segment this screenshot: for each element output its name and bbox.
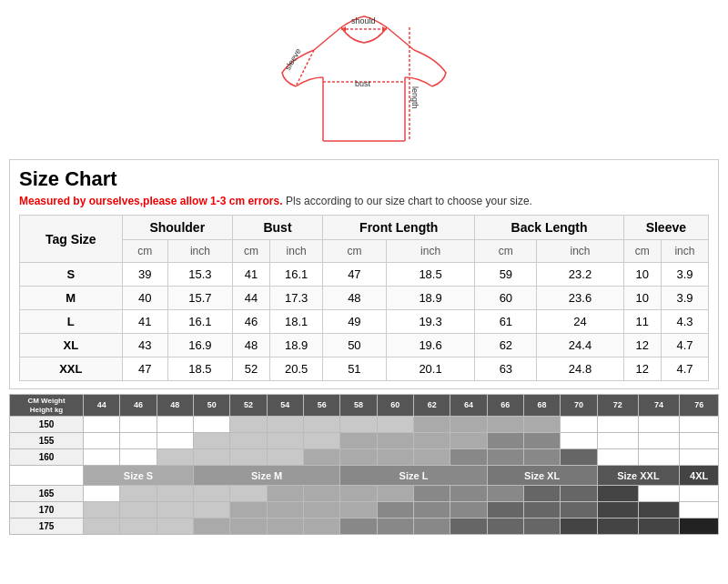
- sleeve-in-val: 3.9: [661, 287, 708, 310]
- wh-cell: [680, 519, 719, 535]
- wh-cell: [487, 417, 523, 433]
- wh-col-44: 44: [84, 395, 120, 417]
- wh-height: 175: [10, 519, 84, 535]
- subtitle-black: Pls according to our size chart to choos…: [286, 195, 532, 207]
- shirt-svg: should bust length sleeve: [264, 9, 464, 155]
- sleeve-in-val: 4.7: [661, 357, 708, 381]
- svg-text:sleeve: sleeve: [283, 46, 303, 72]
- shoulder-cm-val: 43: [122, 334, 167, 357]
- front-cm-val: 49: [323, 310, 387, 334]
- size-label: XL: [20, 334, 123, 357]
- col-shoulder: Shoulder: [122, 216, 232, 240]
- back-cm-val: 61: [475, 310, 537, 334]
- front-cm: cm: [323, 240, 387, 263]
- wh-col-52: 52: [230, 395, 267, 417]
- back-cm-val: 62: [475, 334, 537, 357]
- wh-row: 165: [10, 486, 719, 502]
- sleeve-cm-val: 10: [623, 263, 661, 287]
- wh-row: 160: [10, 449, 719, 466]
- size-label-row: Size SSize MSize LSize XLSize XXL4XL: [10, 466, 719, 486]
- size-range-label: Size S: [84, 466, 194, 486]
- shoulder-in-val: 15.7: [168, 287, 233, 310]
- wh-cell: [230, 486, 267, 502]
- wh-cell: [450, 417, 487, 433]
- wh-cell: [561, 449, 597, 466]
- shirt-diagram: should bust length sleeve: [0, 0, 728, 159]
- bust-in-val: 16.1: [270, 263, 323, 287]
- wh-cell: [680, 433, 719, 449]
- size-range-label: [10, 466, 84, 486]
- sleeve-in-val: 4.7: [661, 334, 708, 357]
- wh-cell: [597, 417, 638, 433]
- wh-cell: [523, 449, 560, 466]
- wh-cell: [638, 502, 679, 519]
- wh-cell: [450, 486, 487, 502]
- wh-height: 170: [10, 502, 84, 519]
- back-cm-val: 60: [475, 287, 537, 310]
- wh-cell: [413, 502, 450, 519]
- wh-cell: [597, 502, 638, 519]
- col-sleeve: Sleeve: [623, 216, 708, 240]
- wh-cell: [523, 417, 560, 433]
- wh-cell: [561, 486, 597, 502]
- size-label: M: [20, 287, 123, 310]
- svg-text:bust: bust: [355, 79, 371, 88]
- bust-inch: inch: [270, 240, 323, 263]
- size-range-label: Size XL: [487, 466, 597, 486]
- wh-col-68: 68: [523, 395, 560, 417]
- wh-cell: [638, 519, 679, 535]
- wh-cell: [120, 502, 157, 519]
- shoulder-in-val: 16.9: [168, 334, 233, 357]
- size-table: Tag Size Shoulder Bust Front Length Back…: [19, 215, 709, 381]
- wh-cell: [194, 519, 230, 535]
- front-in-val: 18.5: [386, 263, 475, 287]
- wh-cell: [303, 519, 339, 535]
- sleeve-in-val: 4.3: [661, 310, 708, 334]
- shoulder-cm: cm: [122, 240, 167, 263]
- wh-cell: [523, 502, 560, 519]
- back-cm-val: 59: [475, 263, 537, 287]
- front-in-val: 18.9: [386, 287, 475, 310]
- back-cm: cm: [475, 240, 537, 263]
- wh-cell: [413, 486, 450, 502]
- wh-cell: [377, 433, 413, 449]
- bust-in-val: 20.5: [270, 357, 323, 381]
- back-in-val: 23.6: [537, 287, 623, 310]
- size-label: S: [20, 263, 123, 287]
- back-inch: inch: [537, 240, 623, 263]
- wh-cell: [377, 417, 413, 433]
- wh-cell: [84, 417, 120, 433]
- front-in-val: 19.6: [386, 334, 475, 357]
- back-in-val: 23.2: [537, 263, 623, 287]
- back-in-val: 24.8: [537, 357, 623, 381]
- shoulder-in-val: 18.5: [168, 357, 233, 381]
- weight-height-chart: CM WeightHeight kg 44 46 48 50 52 54 56 …: [9, 394, 719, 535]
- wh-cell: [597, 449, 638, 466]
- wh-cell: [267, 417, 303, 433]
- wh-cell: [157, 502, 193, 519]
- wh-cell: [450, 449, 487, 466]
- wh-col-50: 50: [194, 395, 230, 417]
- sleeve-cm-val: 12: [623, 334, 661, 357]
- wh-cell: [450, 502, 487, 519]
- wh-cell: [340, 519, 377, 535]
- wh-cell: [267, 519, 303, 535]
- wh-cell: [413, 417, 450, 433]
- col-back-length: Back Length: [475, 216, 623, 240]
- col-tag-size: Tag Size: [20, 216, 123, 263]
- wh-cell: [120, 519, 157, 535]
- wh-cell: [638, 449, 679, 466]
- bust-cm: cm: [232, 240, 269, 263]
- wh-cell: [680, 449, 719, 466]
- wh-height: 150: [10, 417, 84, 433]
- wh-cell: [377, 449, 413, 466]
- wh-col-66: 66: [487, 395, 523, 417]
- wh-cell: [157, 519, 193, 535]
- wh-cell: [597, 433, 638, 449]
- sleeve-in-val: 3.9: [661, 263, 708, 287]
- svg-text:should: should: [351, 16, 376, 25]
- size-label: XXL: [20, 357, 123, 381]
- wh-col-46: 46: [120, 395, 157, 417]
- wh-col-54: 54: [267, 395, 303, 417]
- wh-cell: [230, 519, 267, 535]
